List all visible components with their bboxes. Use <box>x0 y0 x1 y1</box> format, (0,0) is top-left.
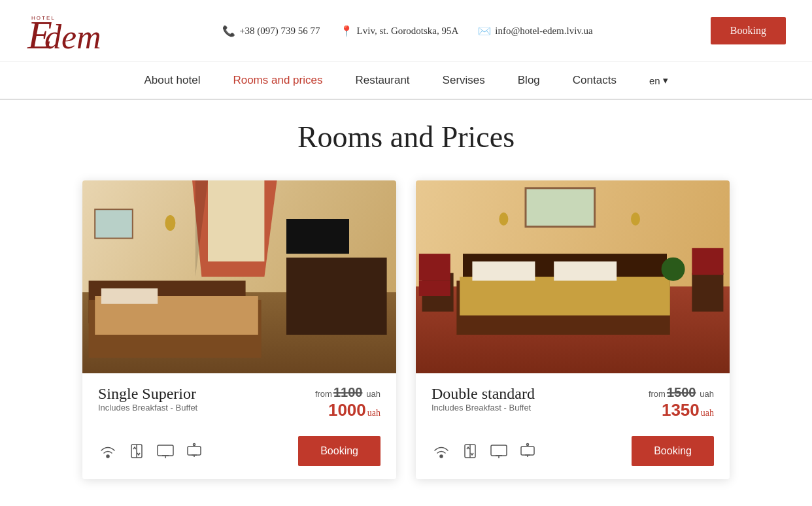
price-new-row-single: 1000uah <box>315 400 381 420</box>
email-text: info@hotel-edem.lviv.ua <box>495 25 592 37</box>
price-old-row-double: from1500 uah <box>649 385 714 400</box>
room-amenities-double <box>431 441 537 461</box>
nav-bar: About hotel Rooms and prices Restaurant … <box>0 62 812 100</box>
room-name-row-single: Single Superior Includes Breakfast - Buf… <box>98 385 381 424</box>
nav-contacts[interactable]: Contacts <box>573 74 617 87</box>
svg-rect-6 <box>158 445 173 456</box>
chevron-down-icon: ▾ <box>663 75 668 86</box>
room-name-row-double: Double standard Includes Breakfast - Buf… <box>431 385 714 424</box>
room-name-double: Double standard <box>431 385 535 403</box>
small-tv-icon-2 <box>518 441 537 461</box>
room-price-block-single: from1100 uah 1000uah <box>315 385 381 420</box>
svg-rect-19 <box>521 447 534 455</box>
nav-blog[interactable]: Blog <box>518 74 540 87</box>
room-booking-button-double[interactable]: Booking <box>632 436 714 466</box>
price-new-currency-double: uah <box>701 408 714 418</box>
rooms-list: Single Superior Includes Breakfast - Buf… <box>0 167 812 505</box>
price-from-single: from <box>315 389 332 399</box>
room-info-double: Double standard Includes Breakfast - Buf… <box>416 373 730 424</box>
logo[interactable]: HOTEL E dem <box>26 8 105 54</box>
header-top: HOTEL E dem 📞 +38 (097) 739 56 77 📍 Lviv… <box>0 0 812 62</box>
wifi-icon-2 <box>431 441 451 461</box>
room-footer-single: Booking <box>82 427 396 466</box>
room-includes-double: Includes Breakfast - Buffet <box>431 403 535 413</box>
svg-point-12 <box>194 444 195 446</box>
price-from-double: from <box>649 389 666 399</box>
svg-rect-16 <box>491 445 507 456</box>
nav-restaurant[interactable]: Restaurant <box>355 74 409 87</box>
room-price-block-double: from1500 uah 1350uah <box>649 385 714 420</box>
page-title-section: Rooms and Prices <box>0 100 812 167</box>
tv-icon-2 <box>489 441 509 461</box>
contact-area: 📞 +38 (097) 739 56 77 📍 Lviv, st. Gorodo… <box>222 25 593 37</box>
email-contact: ✉️ info@hotel-edem.lviv.ua <box>478 25 592 37</box>
page-title: Rooms and Prices <box>0 120 812 154</box>
room-name-single: Single Superior <box>98 385 197 403</box>
elevator-icon <box>127 441 146 461</box>
price-old-currency-double: uah <box>700 389 714 399</box>
nav-rooms-and-prices[interactable]: Rooms and prices <box>233 74 322 87</box>
svg-rect-9 <box>188 447 201 455</box>
price-old-single: 1100 <box>333 385 363 399</box>
room-info-single: Single Superior Includes Breakfast - Buf… <box>82 373 396 424</box>
room-image-single <box>82 180 396 373</box>
lang-label: en <box>649 75 660 86</box>
small-tv-icon <box>184 441 204 461</box>
svg-text:dem: dem <box>44 18 101 54</box>
header-booking-button[interactable]: Booking <box>711 17 786 44</box>
wifi-icon <box>98 441 118 461</box>
svg-point-3 <box>107 455 109 458</box>
tv-icon <box>156 441 175 461</box>
room-card-single: Single Superior Includes Breakfast - Buf… <box>82 180 396 479</box>
price-old-double: 1500 <box>667 385 696 399</box>
price-new-single: 1000 <box>328 400 366 420</box>
elevator-icon-2 <box>460 441 480 461</box>
svg-point-13 <box>440 455 443 458</box>
svg-point-22 <box>527 444 529 446</box>
room-image-double <box>416 180 730 373</box>
address-text: Lviv, st. Gorodotska, 95A <box>357 25 459 37</box>
phone-icon: 📞 <box>222 25 235 37</box>
room-card-double: Double standard Includes Breakfast - Buf… <box>416 180 730 479</box>
nav-servises[interactable]: Servises <box>443 74 485 87</box>
price-new-double: 1350 <box>662 400 700 420</box>
address-contact: 📍 Lviv, st. Gorodotska, 95A <box>340 25 459 37</box>
room-footer-double: Booking <box>416 427 730 466</box>
email-icon: ✉️ <box>478 25 491 37</box>
nav-about-hotel[interactable]: About hotel <box>144 74 200 87</box>
price-old-row-single: from1100 uah <box>315 385 381 400</box>
phone-contact: 📞 +38 (097) 739 56 77 <box>222 25 320 37</box>
price-old-currency-single: uah <box>366 389 381 399</box>
room-booking-button-single[interactable]: Booking <box>298 436 381 466</box>
room-includes-single: Includes Breakfast - Buffet <box>98 403 197 413</box>
price-new-currency-single: uah <box>367 408 381 418</box>
phone-number: +38 (097) 739 56 77 <box>239 25 320 37</box>
room-amenities-single <box>98 441 204 461</box>
location-icon: 📍 <box>340 25 353 37</box>
language-selector[interactable]: en ▾ <box>649 75 668 86</box>
price-new-row-double: 1350uah <box>649 400 714 420</box>
